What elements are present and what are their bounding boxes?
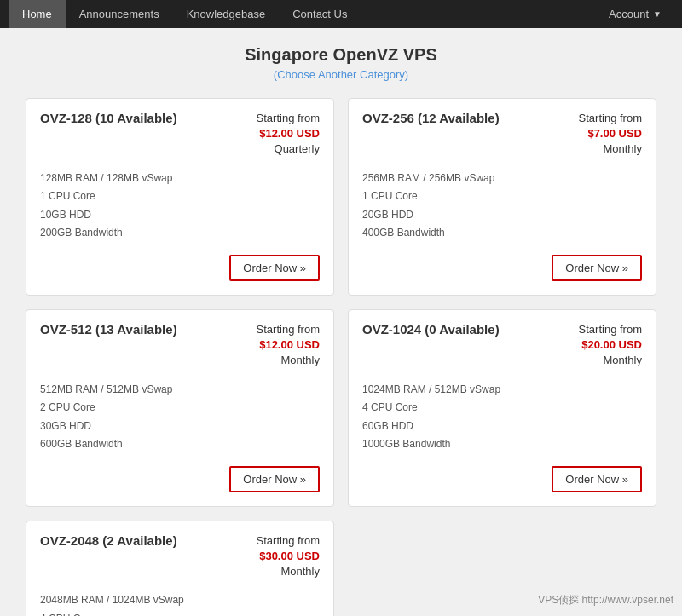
card-amount-2: $12.00 USD	[257, 337, 320, 353]
spec-0-1: 1 CPU Core	[40, 187, 320, 206]
choose-category-link[interactable]: (Choose Another Category)	[274, 68, 408, 81]
card-specs-2: 512MB RAM / 512MB vSwap 2 CPU Core 30GB …	[40, 381, 320, 454]
nav-knowledgebase[interactable]: Knowledgebase	[173, 0, 280, 28]
card-footer-1: Order Now »	[362, 255, 642, 281]
card-period-2: Monthly	[257, 353, 320, 368]
order-btn-3[interactable]: Order Now »	[552, 466, 642, 492]
spec-1-0: 256MB RAM / 256MB vSwap	[362, 170, 642, 188]
card-amount-3: $20.00 USD	[579, 337, 642, 353]
card-header-4: OVZ-2048 (2 Available) Starting from $30…	[40, 533, 320, 580]
card-footer-2: Order Now »	[40, 466, 320, 492]
card-price-2: Starting from $12.00 USD Monthly	[257, 322, 320, 369]
spec-3-0: 1024MB RAM / 512MB vSwap	[362, 381, 642, 400]
card-amount-4: $30.00 USD	[257, 549, 320, 564]
choose-category: (Choose Another Category)	[26, 68, 656, 81]
card-period-1: Monthly	[579, 141, 642, 157]
spec-0-2: 10GB HDD	[40, 206, 320, 225]
nav-contact[interactable]: Contact Us	[279, 0, 361, 28]
card-starting-3: Starting from	[579, 322, 642, 337]
card-amount-1: $7.00 USD	[579, 126, 642, 141]
card-name-2: OVZ-512 (13 Available)	[40, 322, 177, 337]
order-btn-1[interactable]: Order Now »	[552, 255, 642, 281]
spec-1-2: 20GB HDD	[362, 206, 642, 225]
navbar: Home Announcements Knowledgebase Contact…	[0, 0, 682, 28]
spec-4-0: 2048MB RAM / 1024MB vSwap	[40, 591, 320, 610]
order-btn-2[interactable]: Order Now »	[229, 466, 320, 492]
card-header-1: OVZ-256 (12 Available) Starting from $7.…	[362, 111, 642, 158]
nav-announcements[interactable]: Announcements	[66, 0, 173, 28]
spec-2-2: 30GB HDD	[40, 417, 320, 436]
spec-2-0: 512MB RAM / 512MB vSwap	[40, 381, 320, 400]
vps-card-ovz-128: OVZ-128 (10 Available) Starting from $12…	[26, 98, 334, 296]
vps-card-ovz-256: OVZ-256 (12 Available) Starting from $7.…	[348, 98, 656, 296]
nav-account[interactable]: Account ▼	[597, 0, 673, 28]
main-content: Singapore OpenVZ VPS (Choose Another Cat…	[17, 28, 665, 616]
card-header-0: OVZ-128 (10 Available) Starting from $12…	[40, 111, 320, 158]
spec-0-0: 128MB RAM / 128MB vSwap	[40, 170, 320, 188]
card-footer-3: Order Now »	[362, 466, 642, 492]
card-name-0: OVZ-128 (10 Available)	[40, 111, 177, 125]
card-footer-0: Order Now »	[40, 255, 320, 281]
card-name-1: OVZ-256 (12 Available)	[362, 111, 500, 125]
spec-3-1: 4 CPU Core	[362, 399, 642, 417]
card-specs-4: 2048MB RAM / 1024MB vSwap 4 CPU Core 120…	[40, 591, 320, 616]
spec-3-2: 60GB HDD	[362, 417, 642, 436]
card-price-0: Starting from $12.00 USD Quarterly	[257, 111, 320, 158]
spec-4-1: 4 CPU Core	[40, 610, 320, 616]
card-period-3: Monthly	[579, 353, 642, 368]
account-arrow-icon: ▼	[653, 9, 662, 19]
nav-items: Home Announcements Knowledgebase Contact…	[9, 0, 597, 28]
card-name-4: OVZ-2048 (2 Available)	[40, 533, 177, 548]
vps-card-ovz-1024: OVZ-1024 (0 Available) Starting from $20…	[348, 309, 656, 507]
card-price-4: Starting from $30.00 USD Monthly	[257, 533, 320, 580]
spec-1-3: 400GB Bandwidth	[362, 224, 642, 243]
card-header-2: OVZ-512 (13 Available) Starting from $12…	[40, 322, 320, 369]
vps-card-ovz-2048: OVZ-2048 (2 Available) Starting from $30…	[26, 521, 334, 616]
card-period-0: Quarterly	[257, 141, 320, 157]
card-amount-0: $12.00 USD	[257, 126, 320, 141]
page-title: Singapore OpenVZ VPS	[26, 45, 656, 65]
card-period-4: Monthly	[257, 564, 320, 579]
card-price-1: Starting from $7.00 USD Monthly	[579, 111, 642, 158]
card-specs-0: 128MB RAM / 128MB vSwap 1 CPU Core 10GB …	[40, 170, 320, 243]
spec-3-3: 1000GB Bandwidth	[362, 435, 642, 454]
card-name-3: OVZ-1024 (0 Available)	[362, 322, 500, 337]
order-btn-0[interactable]: Order Now »	[229, 255, 320, 281]
spec-0-3: 200GB Bandwidth	[40, 224, 320, 243]
card-starting-4: Starting from	[257, 533, 320, 549]
card-starting-1: Starting from	[579, 111, 642, 126]
card-specs-3: 1024MB RAM / 512MB vSwap 4 CPU Core 60GB…	[362, 381, 642, 454]
vps-card-ovz-512: OVZ-512 (13 Available) Starting from $12…	[26, 309, 334, 507]
card-header-3: OVZ-1024 (0 Available) Starting from $20…	[362, 322, 642, 369]
vps-plans-grid: OVZ-128 (10 Available) Starting from $12…	[26, 98, 656, 616]
card-starting-2: Starting from	[257, 322, 320, 337]
nav-home[interactable]: Home	[9, 0, 66, 28]
card-price-3: Starting from $20.00 USD Monthly	[579, 322, 642, 369]
spec-1-1: 1 CPU Core	[362, 187, 642, 206]
spec-2-3: 600GB Bandwidth	[40, 435, 320, 454]
spec-2-1: 2 CPU Core	[40, 399, 320, 417]
card-starting-0: Starting from	[257, 111, 320, 126]
watermark: VPS侦探 http://www.vpser.net	[538, 593, 673, 607]
card-specs-1: 256MB RAM / 256MB vSwap 1 CPU Core 20GB …	[362, 170, 642, 243]
